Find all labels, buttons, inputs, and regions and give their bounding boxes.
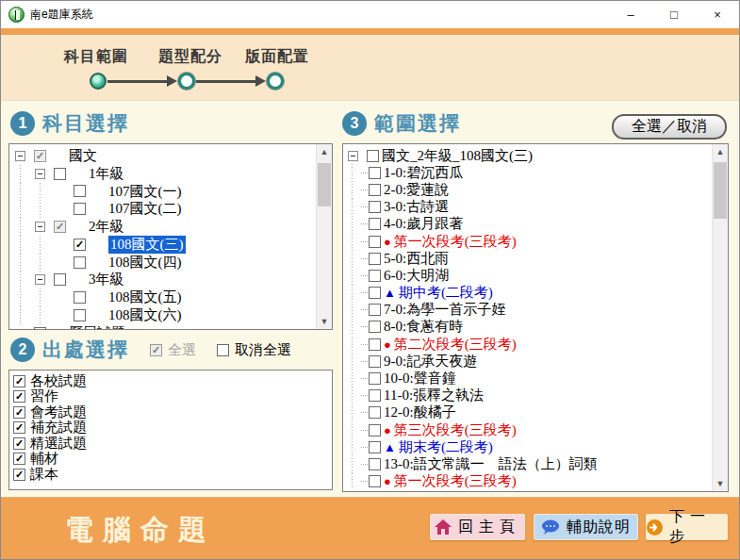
subject-tree-row[interactable]: 3年級 [15,272,313,289]
range-tree-row[interactable]: 3-0:古詩選 [348,199,709,216]
tree-collapse-icon[interactable] [35,274,45,285]
step-dot-2-icon[interactable] [178,73,195,90]
step-dot-current-icon[interactable] [90,73,107,90]
tree-checkbox[interactable] [369,338,381,351]
tree-checkbox[interactable] [369,475,381,487]
tree-checkbox[interactable] [369,355,381,368]
tree-checkbox[interactable] [74,203,86,215]
range-tree-row[interactable]: ●第二次段考(三段考) [348,336,709,353]
range-tree-row[interactable]: ▲期末考(二段考) [348,438,709,455]
home-button[interactable]: 回主頁 [430,514,525,540]
minimize-button[interactable]: – [609,1,652,28]
subject-tree-row[interactable]: 107國文(一) [15,183,313,201]
range-tree-row[interactable]: 8-0:食蔥有時 [348,319,709,336]
scroll-down-icon[interactable]: ▼ [317,314,332,329]
checkbox-icon[interactable] [217,344,229,356]
range-tree-row[interactable]: 2-0:愛蓮說 [348,181,709,198]
tree-checkbox[interactable] [34,327,46,329]
item-checkbox[interactable] [13,453,25,465]
tree-checkbox[interactable] [369,424,381,436]
select-all-toggle-button[interactable]: 全選／取消 [612,114,727,140]
source-list-item[interactable]: 課本 [13,467,313,483]
range-tree-row[interactable]: ●第三次段考(三段考) [348,421,709,438]
scroll-down-icon[interactable]: ▼ [713,476,728,491]
close-button[interactable]: × [696,1,739,28]
item-checkbox[interactable] [13,469,25,481]
source-list-item[interactable]: 輔材 [13,452,313,468]
range-tree-row[interactable]: 6-0:大明湖 [348,267,709,284]
item-checkbox[interactable] [13,375,25,387]
range-scrollbar[interactable]: ▲ ▼ [712,144,728,491]
tree-checkbox[interactable] [369,236,381,248]
item-checkbox[interactable] [13,390,25,403]
subject-tree-row[interactable]: 2年級 [15,218,313,236]
tree-checkbox[interactable] [369,253,381,265]
range-tree-row[interactable]: 4-0:歲月跟著 [348,216,709,233]
source-list-item[interactable]: 補充試題 [13,420,313,436]
tree-checkbox[interactable] [367,150,379,162]
tree-checkbox[interactable] [54,168,66,180]
deselect-all-checkbox[interactable]: 取消全選 [217,341,291,359]
tree-checkbox[interactable] [369,406,381,419]
tree-checkbox[interactable] [369,372,381,385]
source-list-item[interactable]: 各校試題 [13,373,313,389]
tree-checkbox[interactable] [74,185,86,197]
range-tree-row[interactable]: 5-0:西北雨 [348,250,709,267]
tree-collapse-icon[interactable] [35,169,45,179]
tree-checkbox[interactable] [74,239,86,251]
subject-scrollbar[interactable]: ▲ ▼ [316,144,332,329]
subject-tree-row[interactable]: 1年級 [15,165,313,183]
scroll-up-icon[interactable]: ▲ [713,144,728,159]
subject-tree-row[interactable]: 國文 [15,147,313,165]
source-list-item[interactable]: 會考試題 [13,404,313,420]
tree-checkbox[interactable] [369,458,381,470]
range-tree-row[interactable]: ●第一次段考(三段考) [348,473,709,490]
tree-checkbox[interactable] [369,201,381,213]
tree-checkbox[interactable] [369,441,381,453]
tree-checkbox[interactable] [74,309,86,321]
range-tree-row[interactable]: 13-0:語文常識一 語法（上）詞類 [348,455,709,472]
scroll-up-icon[interactable]: ▲ [317,144,332,159]
select-all-checkbox[interactable]: 全選 [150,341,196,359]
tree-collapse-icon[interactable] [35,222,45,232]
subject-tree-row[interactable]: 108國文(三) [15,236,313,254]
subject-tree-row[interactable]: 歷屆試題 [15,324,313,329]
source-list-item[interactable]: 精選試題 [13,436,313,452]
subject-tree-row[interactable]: 107國文(二) [15,200,313,218]
item-checkbox[interactable] [13,437,25,450]
step-dot-3-icon[interactable] [267,73,284,90]
next-step-button[interactable]: 下一步 [646,514,728,540]
range-tree-row[interactable]: ▲期中考(二段考) [348,285,709,302]
subject-tree-row[interactable]: 108國文(五) [15,288,313,306]
tree-checkbox[interactable] [369,287,381,299]
subject-tree-row[interactable]: 108國文(六) [15,306,313,324]
range-tree-row[interactable]: 12-0:酸橘子 [348,404,709,421]
range-tree-row[interactable]: ●第一次段考(三段考) [348,233,709,250]
tree-collapse-icon[interactable] [348,151,358,161]
scrollbar-thumb[interactable] [318,163,331,206]
item-checkbox[interactable] [13,421,25,434]
tree-checkbox[interactable] [74,291,86,304]
scrollbar-thumb[interactable] [714,162,727,219]
tree-checkbox[interactable] [369,184,381,196]
source-list-item[interactable]: 習作 [13,389,313,405]
help-button[interactable]: 輔助說明 [534,514,638,540]
tree-checkbox[interactable] [369,389,381,402]
range-tree-row[interactable]: 11-0:張釋之執法 [348,387,709,404]
subject-tree-row[interactable]: 108國文(四) [15,254,313,272]
tree-checkbox[interactable] [54,221,66,233]
tree-checkbox[interactable] [34,150,46,162]
tree-collapse-icon[interactable] [15,151,25,161]
checkbox-icon[interactable] [150,344,162,356]
tree-checkbox[interactable] [74,256,86,269]
range-tree-row[interactable]: 10-0:聲音鐘 [348,370,709,387]
range-tree-row[interactable]: 9-0:記承天夜遊 [348,353,709,370]
range-tree-row[interactable]: 國文_2年級_108國文(三) [348,147,709,164]
tree-checkbox[interactable] [369,270,381,282]
tree-checkbox[interactable] [369,167,381,179]
tree-checkbox[interactable] [369,304,381,316]
range-tree-row[interactable]: 7-0:為學一首示子姪 [348,302,709,319]
maximize-button[interactable]: □ [652,1,696,28]
tree-checkbox[interactable] [369,218,381,230]
tree-checkbox[interactable] [54,273,66,286]
